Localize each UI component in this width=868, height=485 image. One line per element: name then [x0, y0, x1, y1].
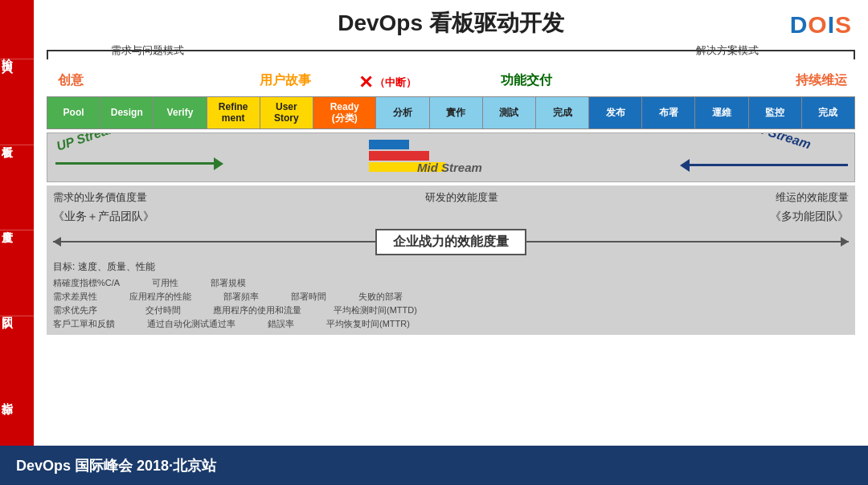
kanban-cell-verify: Verify	[154, 97, 207, 128]
kanban-cell-ready: Ready(分类)	[313, 97, 376, 128]
bar-red	[369, 151, 429, 161]
mode-label-right: 解决方案模式	[696, 43, 759, 58]
team-biz: 《业务＋产品团队》	[53, 210, 154, 224]
ind-4-1: 客戶工單和反饋	[53, 318, 115, 330]
kanban-cell-done2: 完成	[802, 97, 854, 128]
kanban-cell-test: 測試	[483, 97, 536, 128]
enterprise-box-row: 企业战力的效能度量	[53, 229, 849, 255]
target-label: 目标: 速度、质量、性能	[53, 260, 155, 274]
mid-stream-label: Mid Stream	[417, 161, 482, 175]
team-multi: 《多功能团队》	[770, 210, 849, 224]
ind-3-3: 應用程序的使用和流量	[213, 304, 301, 316]
footer: DevOps 国际峰会 2018·北京站	[0, 446, 868, 485]
kanban-cell-pool: Pool	[47, 97, 100, 128]
indicator-row-4: 客戶工單和反饋 通过自动化测试通过率 錯誤率 平均恢复时间(MTTR)	[53, 318, 849, 330]
up-stream-label: UP Stream	[57, 140, 121, 154]
ind-2-5: 失败的部署	[358, 291, 403, 303]
down-stream-line	[687, 164, 848, 166]
ind-1-1: 精確度指標%C/A	[53, 277, 120, 289]
sidebar-item-indicators: 指标	[0, 389, 34, 401]
dois-logo: DOIS	[790, 11, 852, 39]
mode-bracket-right	[312, 50, 855, 59]
page-title: DevOps 看板驱动开发	[47, 8, 855, 39]
stage-interrupt: （中断）	[375, 75, 416, 90]
metric-dev: 研发的效能度量	[425, 190, 498, 205]
ind-4-4: 平均恢复时间(MTTR)	[326, 318, 410, 330]
stage-chuangyi: 创意	[58, 72, 84, 89]
mode-label-left: 需求与问题模式	[111, 43, 184, 58]
kanban-cell-deploy: 布署	[642, 97, 695, 128]
logo-d: D	[790, 11, 809, 38]
up-stream-line	[55, 162, 216, 165]
up-stream-arrow	[214, 157, 223, 170]
ind-1-2: 可用性	[152, 277, 178, 289]
stage-yonghu: 用户故事	[260, 72, 311, 89]
target-row: 目标: 速度、质量、性能	[53, 260, 849, 274]
kanban-cell-design: Design	[100, 97, 154, 128]
down-stream-arrow	[680, 159, 690, 172]
x-mark-icon: ✕	[358, 72, 373, 93]
metrics-row: 需求的业务價值度量 研发的效能度量 维运的效能度量	[53, 190, 849, 205]
stage-jixu: 持续维运	[796, 72, 847, 89]
mode-row: 需求与问题模式 解决方案模式	[47, 45, 855, 71]
stream-area: UP Stream Mid Stream Down Stream	[47, 132, 855, 182]
ind-3-2: 交付時間	[145, 304, 181, 316]
ind-2-1: 需求差異性	[53, 291, 97, 303]
sidebar-item-kanban: 看板	[0, 132, 34, 145]
bar-blue	[369, 140, 409, 149]
sidebar-item-io: 输出入	[0, 44, 34, 59]
indicator-row-1: 精確度指標%C/A 可用性 部署規模	[53, 277, 849, 289]
kanban-cell-monitor: 監控	[749, 97, 802, 128]
kanban-cell-userstory: UserStory	[260, 97, 313, 128]
stage-labels-row: 创意 用户故事 ✕ （中断） 功能交付 持续维运	[47, 72, 855, 95]
ind-2-4: 部署時間	[291, 291, 326, 303]
kanban-cell-ops: 運維	[695, 97, 748, 128]
lower-section: 需求的业务價值度量 研发的效能度量 维运的效能度量 《业务＋产品团队》 《多功能…	[47, 185, 855, 335]
ind-3-1: 需求优先序	[53, 304, 97, 316]
ind-4-2: 通过自动化测试通过率	[147, 318, 235, 330]
team-row: 《业务＋产品团队》 《多功能团队》	[53, 210, 849, 224]
ind-2-3: 部署頻率	[223, 291, 259, 303]
sidebar: 输出入 看板 度量 团队 指标	[0, 0, 34, 446]
kanban-cell-refinement: Refinement	[207, 97, 260, 128]
indicator-row-2: 需求差異性 应用程序的性能 部署頻率 部署時間 失败的部署	[53, 291, 849, 303]
ind-4-3: 錯誤率	[268, 318, 294, 330]
stage-gongneng: 功能交付	[501, 72, 552, 89]
sidebar-item-team: 团队	[0, 303, 34, 316]
down-stream-label: Down Stream	[728, 138, 810, 153]
enterprise-metric: 企业战力的效能度量	[375, 229, 526, 255]
kanban-cell-done1: 完成	[536, 97, 589, 128]
logo-s: S	[835, 11, 852, 38]
kanban-grid: Pool Design Verify Refinement UserStory …	[47, 96, 855, 129]
footer-text: DevOps 国际峰会 2018·北京站	[16, 456, 216, 475]
ind-2-2: 应用程序的性能	[129, 291, 191, 303]
ind-3-4: 平均检测时间(MTTD)	[334, 304, 417, 316]
logo-i: I	[828, 11, 835, 38]
indicator-row-3: 需求优先序 交付時間 應用程序的使用和流量 平均检测时间(MTTD)	[53, 304, 849, 316]
indicator-rows: 精確度指標%C/A 可用性 部署規模 需求差異性 应用程序的性能 部署頻率 部署…	[53, 277, 849, 330]
metric-ops: 维运的效能度量	[776, 190, 849, 205]
metric-demand: 需求的业务價值度量	[53, 190, 147, 205]
sidebar-item-metrics: 度量	[0, 217, 34, 230]
ind-1-3: 部署規模	[211, 277, 246, 289]
kanban-cell-analysis: 分析	[376, 97, 429, 128]
kanban-cell-implement: 實作	[430, 97, 483, 128]
kanban-cell-release: 发布	[589, 97, 642, 128]
main-content: DevOps 看板驱动开发 DOIS 需求与问题模式 解决方案模式 创意 用户故…	[34, 0, 868, 446]
logo-o: O	[808, 11, 827, 38]
